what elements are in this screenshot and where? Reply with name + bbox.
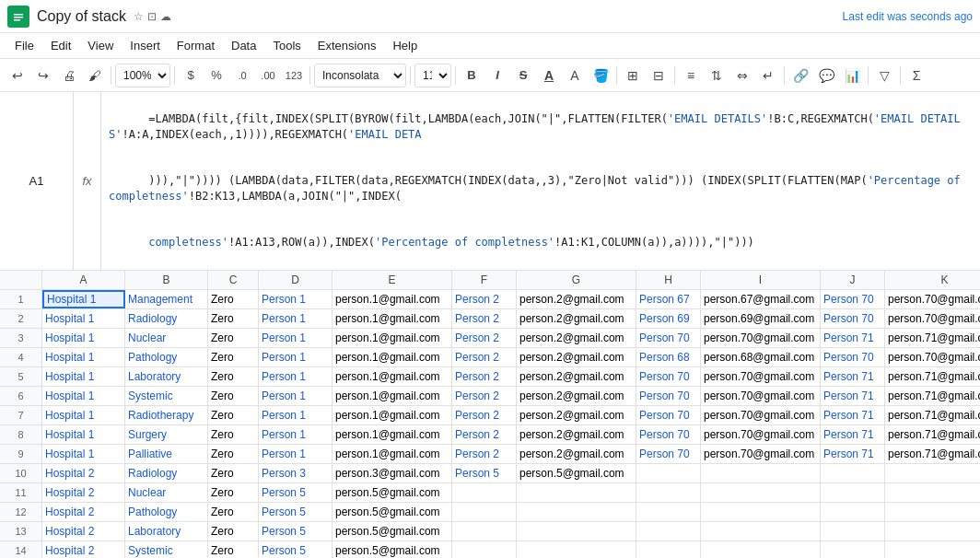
cell-F9[interactable]: Person 2 bbox=[452, 445, 517, 463]
wrap-text-button[interactable]: ↵ bbox=[756, 64, 780, 87]
cell-F13[interactable] bbox=[452, 522, 517, 541]
cell-J12[interactable] bbox=[821, 503, 885, 521]
doc-title[interactable]: Copy of stack bbox=[37, 8, 126, 25]
cell-F14[interactable] bbox=[452, 541, 517, 558]
cell-H11[interactable] bbox=[636, 483, 701, 502]
underline-button[interactable]: A bbox=[537, 64, 561, 87]
chart-button[interactable]: 📊 bbox=[840, 64, 864, 87]
menu-item-edit[interactable]: Edit bbox=[43, 36, 78, 55]
col-header-D[interactable]: D bbox=[259, 271, 332, 289]
cell-G1[interactable]: person.2@gmail.com bbox=[517, 290, 636, 308]
cell-I11[interactable] bbox=[701, 483, 821, 502]
zoom-select[interactable]: 100% bbox=[115, 64, 170, 87]
cell-D12[interactable]: Person 5 bbox=[259, 503, 332, 521]
cell-H13[interactable] bbox=[636, 522, 701, 541]
cell-D7[interactable]: Person 1 bbox=[259, 406, 332, 424]
cell-B9[interactable]: Palliative bbox=[125, 445, 208, 463]
cell-B1[interactable]: Management bbox=[125, 290, 208, 308]
cell-G2[interactable]: person.2@gmail.com bbox=[517, 309, 636, 328]
cell-I10[interactable] bbox=[701, 464, 821, 482]
cell-I5[interactable]: person.70@gmail.com bbox=[701, 367, 821, 386]
cell-E6[interactable]: person.1@gmail.com bbox=[332, 387, 452, 405]
cell-E14[interactable]: person.5@gmail.com bbox=[332, 541, 452, 558]
cell-I7[interactable]: person.70@gmail.com bbox=[701, 406, 821, 424]
cell-K2[interactable]: person.70@gmail.com bbox=[885, 309, 980, 328]
cell-D9[interactable]: Person 1 bbox=[259, 445, 332, 463]
menu-item-help[interactable]: Help bbox=[385, 36, 425, 55]
cell-H7[interactable]: Person 70 bbox=[636, 406, 701, 424]
fill-color-button[interactable]: 🪣 bbox=[589, 64, 612, 87]
cell-K9[interactable]: person.71@gmail.com bbox=[885, 445, 980, 463]
cell-E13[interactable]: person.5@gmail.com bbox=[332, 522, 452, 541]
cell-E9[interactable]: person.1@gmail.com bbox=[332, 445, 452, 463]
grid-body[interactable]: 1Hospital 1ManagementZeroPerson 1person.… bbox=[0, 290, 980, 558]
cell-A8[interactable]: Hospital 1 bbox=[42, 425, 125, 444]
cell-I13[interactable] bbox=[701, 522, 821, 541]
cell-D14[interactable]: Person 5 bbox=[259, 541, 332, 558]
cell-K7[interactable]: person.71@gmail.com bbox=[885, 406, 980, 424]
undo-button[interactable]: ↩ bbox=[6, 64, 29, 87]
col-header-H[interactable]: H bbox=[636, 271, 701, 289]
print-button[interactable]: 🖨 bbox=[57, 64, 81, 87]
col-header-K[interactable]: K bbox=[885, 271, 980, 289]
cell-H9[interactable]: Person 70 bbox=[636, 445, 701, 463]
cell-K4[interactable]: person.70@gmail.com bbox=[885, 348, 980, 366]
align-horiz-button[interactable]: ⇔ bbox=[730, 64, 754, 87]
cell-A12[interactable]: Hospital 2 bbox=[42, 503, 125, 521]
cell-H6[interactable]: Person 70 bbox=[636, 387, 701, 405]
cell-E3[interactable]: person.1@gmail.com bbox=[332, 329, 452, 347]
cell-D11[interactable]: Person 5 bbox=[259, 483, 332, 502]
align-left-button[interactable]: ≡ bbox=[679, 64, 703, 87]
col-header-F[interactable]: F bbox=[452, 271, 517, 289]
cell-C14[interactable]: Zero bbox=[208, 541, 259, 558]
cell-A10[interactable]: Hospital 2 bbox=[42, 464, 125, 482]
cell-B7[interactable]: Radiotherapy bbox=[125, 406, 208, 424]
cell-F7[interactable]: Person 2 bbox=[452, 406, 517, 424]
menu-item-extensions[interactable]: Extensions bbox=[310, 36, 384, 55]
cell-B12[interactable]: Pathology bbox=[125, 503, 208, 521]
col-header-E[interactable]: E bbox=[332, 271, 452, 289]
align-vertical-button[interactable]: ⇅ bbox=[705, 64, 729, 87]
cell-K6[interactable]: person.71@gmail.com bbox=[885, 387, 980, 405]
cell-D8[interactable]: Person 1 bbox=[259, 425, 332, 444]
cell-J4[interactable]: Person 70 bbox=[821, 348, 885, 366]
cell-A11[interactable]: Hospital 2 bbox=[42, 483, 125, 502]
cell-A9[interactable]: Hospital 1 bbox=[42, 445, 125, 463]
cell-B8[interactable]: Surgery bbox=[125, 425, 208, 444]
cell-C10[interactable]: Zero bbox=[208, 464, 259, 482]
cell-H5[interactable]: Person 70 bbox=[636, 367, 701, 386]
cell-G5[interactable]: person.2@gmail.com bbox=[517, 367, 636, 386]
cell-I12[interactable] bbox=[701, 503, 821, 521]
col-header-C[interactable]: C bbox=[208, 271, 259, 289]
cell-A2[interactable]: Hospital 1 bbox=[42, 309, 125, 328]
cell-K5[interactable]: person.71@gmail.com bbox=[885, 367, 980, 386]
cell-E5[interactable]: person.1@gmail.com bbox=[332, 367, 452, 386]
cell-I4[interactable]: person.68@gmail.com bbox=[701, 348, 821, 366]
italic-button[interactable]: I bbox=[485, 64, 509, 87]
cell-B11[interactable]: Nuclear bbox=[125, 483, 208, 502]
font-select[interactable]: Inconsolata bbox=[314, 64, 406, 87]
col-header-I[interactable]: I bbox=[701, 271, 821, 289]
cell-I3[interactable]: person.70@gmail.com bbox=[701, 329, 821, 347]
cell-H12[interactable] bbox=[636, 503, 701, 521]
cell-F6[interactable]: Person 2 bbox=[452, 387, 517, 405]
cell-D6[interactable]: Person 1 bbox=[259, 387, 332, 405]
cell-F2[interactable]: Person 2 bbox=[452, 309, 517, 328]
cell-A13[interactable]: Hospital 2 bbox=[42, 522, 125, 541]
cell-B4[interactable]: Pathology bbox=[125, 348, 208, 366]
cell-D1[interactable]: Person 1 bbox=[259, 290, 332, 308]
cell-K3[interactable]: person.71@gmail.com bbox=[885, 329, 980, 347]
menu-item-format[interactable]: Format bbox=[169, 36, 222, 55]
cell-G14[interactable] bbox=[517, 541, 636, 558]
cell-I1[interactable]: person.67@gmail.com bbox=[701, 290, 821, 308]
cell-D13[interactable]: Person 5 bbox=[259, 522, 332, 541]
cell-F3[interactable]: Person 2 bbox=[452, 329, 517, 347]
cell-A4[interactable]: Hospital 1 bbox=[42, 348, 125, 366]
cell-D4[interactable]: Person 1 bbox=[259, 348, 332, 366]
menu-item-tools[interactable]: Tools bbox=[265, 36, 308, 55]
cell-C9[interactable]: Zero bbox=[208, 445, 259, 463]
cell-J5[interactable]: Person 71 bbox=[821, 367, 885, 386]
cell-G10[interactable]: person.5@gmail.com bbox=[517, 464, 636, 482]
redo-button[interactable]: ↪ bbox=[31, 64, 55, 87]
cell-F5[interactable]: Person 2 bbox=[452, 367, 517, 386]
